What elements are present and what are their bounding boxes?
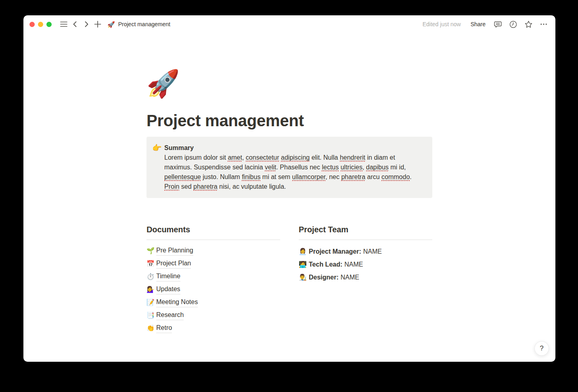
- traffic-lights: [29, 22, 52, 27]
- minimize-window-button[interactable]: [38, 22, 43, 27]
- team-list: 👩‍💼 Project Manager: NAME 🧑‍💻 Tech Lead:…: [299, 245, 432, 284]
- page-content: 🚀 Project management 👉 Summary Lorem ips…: [147, 68, 432, 335]
- woman-tipping-hand-emoji-icon: 💁‍♀️: [147, 286, 156, 293]
- doc-link-meeting-notes[interactable]: 📝 Meeting Notes: [147, 296, 280, 309]
- toolbar-right: Edited just now Share: [423, 19, 549, 30]
- technologist-emoji-icon: 🧑‍💻: [299, 261, 309, 268]
- memo-emoji-icon: 📝: [147, 299, 156, 306]
- stopwatch-emoji-icon: ⏱️: [147, 273, 156, 280]
- close-window-button[interactable]: [29, 22, 35, 27]
- back-button[interactable]: [69, 19, 81, 30]
- new-page-button[interactable]: [92, 19, 103, 30]
- sidebar-menu-icon[interactable]: [58, 19, 69, 30]
- forward-button[interactable]: [81, 19, 92, 30]
- page-icon-rocket-emoji[interactable]: 🚀: [147, 68, 178, 99]
- breadcrumb-title: Project management: [118, 21, 170, 27]
- breadcrumb[interactable]: 🚀 Project management: [107, 21, 170, 27]
- share-button[interactable]: Share: [468, 19, 488, 29]
- calendar-emoji-icon: 📅: [147, 261, 156, 267]
- history-clock-icon[interactable]: [507, 19, 519, 30]
- doc-link-pre-planning[interactable]: 🌱 Pre Planning: [147, 244, 280, 257]
- documents-heading: Documents: [147, 225, 280, 235]
- page-emoji-icon: 🚀: [107, 21, 115, 27]
- doc-link-retro[interactable]: 👏 Retro: [147, 322, 280, 335]
- doc-link-timeline[interactable]: ⏱️ Timeline: [147, 270, 280, 283]
- team-row-project-manager: 👩‍💼 Project Manager: NAME: [299, 245, 432, 258]
- team-row-tech-lead: 🧑‍💻 Tech Lead: NAME: [299, 258, 432, 271]
- toolbar: 🚀 Project management Edited just now Sha…: [23, 15, 555, 33]
- documents-list: 🌱 Pre Planning 📅 Project Plan ⏱️ Timelin…: [147, 244, 280, 335]
- page-title[interactable]: Project management: [147, 111, 432, 130]
- clapping-hands-emoji-icon: 👏: [147, 325, 156, 332]
- divider: [147, 240, 280, 240]
- woman-office-worker-emoji-icon: 👩‍💼: [299, 248, 309, 255]
- seedling-emoji-icon: 🌱: [147, 248, 156, 254]
- project-team-column: Project Team 👩‍💼 Project Manager: NAME 🧑…: [299, 225, 432, 335]
- bookmark-tabs-emoji-icon: 📑: [147, 312, 156, 319]
- project-team-heading: Project Team: [299, 225, 432, 235]
- doc-link-research[interactable]: 📑 Research: [147, 309, 280, 322]
- edited-status: Edited just now: [423, 21, 461, 27]
- summary-title: Summary: [164, 143, 423, 153]
- app-window: 🚀 Project management Edited just now Sha…: [23, 15, 555, 362]
- doc-link-updates[interactable]: 💁‍♀️ Updates: [147, 283, 280, 296]
- divider: [299, 240, 432, 240]
- more-options-icon[interactable]: [538, 19, 549, 30]
- documents-column: Documents 🌱 Pre Planning 📅 Project Plan …: [147, 225, 280, 335]
- man-artist-emoji-icon: 👨‍🎨: [299, 274, 309, 281]
- help-button[interactable]: ?: [534, 341, 549, 356]
- zoom-window-button[interactable]: [46, 22, 52, 27]
- favorite-star-icon[interactable]: [523, 19, 534, 30]
- summary-content: Summary Lorem ipsum dolor sit amet, cons…: [164, 143, 423, 192]
- two-column-layout: Documents 🌱 Pre Planning 📅 Project Plan …: [147, 225, 432, 335]
- team-row-designer: 👨‍🎨 Designer: NAME: [299, 271, 432, 284]
- doc-link-project-plan[interactable]: 📅 Project Plan: [147, 257, 280, 270]
- summary-callout[interactable]: 👉 Summary Lorem ipsum dolor sit amet, co…: [147, 137, 432, 198]
- callout-body: Lorem ipsum dolor sit amet, consectetur …: [164, 153, 423, 192]
- pointing-right-emoji-icon: 👉: [152, 143, 164, 153]
- comments-icon[interactable]: [492, 19, 503, 30]
- toolbar-left-icons: [58, 19, 103, 30]
